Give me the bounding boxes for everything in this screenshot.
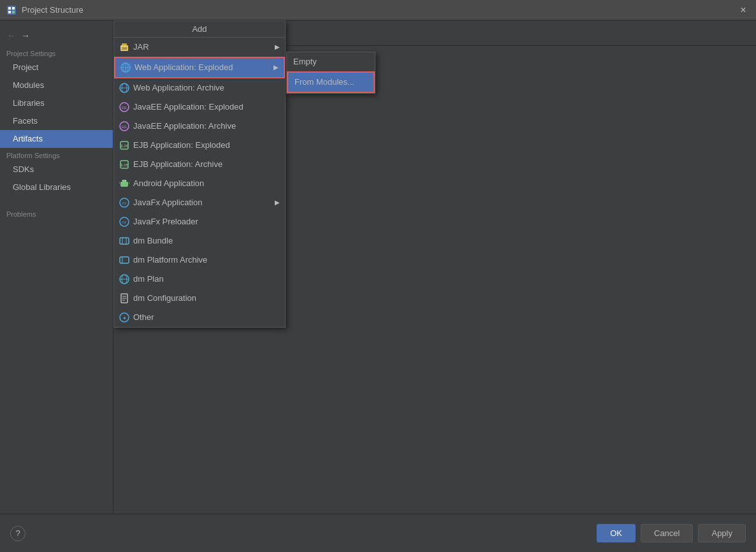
web-exploded-arrow-icon: ▶ — [273, 61, 279, 75]
svg-rect-3 — [8, 11, 11, 13]
other-icon: ✦ — [119, 312, 129, 323]
web-archive-icon — [119, 83, 129, 93]
submenu-item-empty[interactable]: Empty — [287, 52, 375, 71]
sidebar-item-project[interactable]: Project — [0, 59, 113, 76]
submenu-item-empty-label: Empty — [293, 55, 317, 69]
dropdown-item-other[interactable]: ✦ Other — [114, 308, 285, 327]
dropdown-item-javafx-label: JavaFx Application — [133, 196, 202, 210]
dropdown-item-web-exploded[interactable]: Web Application: Exploded ▶ — [114, 57, 285, 78]
dropdown-item-javaee-archive[interactable]: EE JavaEE Application: Archive — [114, 117, 285, 136]
dropdown-header: Add — [114, 21, 285, 38]
svg-rect-36 — [120, 257, 129, 263]
javaee-exploded-icon: EE — [119, 102, 129, 112]
svg-rect-6 — [122, 43, 127, 45]
cancel-button[interactable]: Cancel — [641, 524, 693, 542]
dropdown-item-dm-platform[interactable]: dm Platform Archive — [114, 251, 285, 270]
nav-arrows: ← → — [0, 25, 113, 46]
sidebar-item-project-label: Project — [13, 62, 38, 72]
svg-text:✦: ✦ — [122, 316, 127, 321]
svg-text:FX: FX — [122, 221, 127, 224]
dropdown-item-jar[interactable]: JAR JAR ▶ — [114, 38, 285, 57]
dropdown-item-web-archive-label: Web Application: Archive — [133, 81, 224, 95]
svg-rect-23 — [120, 182, 128, 187]
submenu-item-from-modules-label: From Modules... — [294, 75, 354, 89]
jar-arrow-icon: ▶ — [275, 40, 280, 54]
back-button[interactable]: ← — [5, 29, 18, 42]
svg-point-25 — [122, 180, 124, 182]
dropdown-item-ejb-exploded[interactable]: EJB EJB Application: Exploded — [114, 136, 285, 155]
dropdown-item-javaee-exploded-label: JavaEE Application: Exploded — [133, 100, 244, 114]
dropdown-item-dm-platform-label: dm Platform Archive — [133, 253, 207, 267]
project-settings-label: Project Settings — [0, 46, 113, 59]
apply-button[interactable]: Apply — [698, 524, 746, 542]
sidebar: ← → Project Settings Project Modules Lib… — [0, 20, 113, 514]
dropdown-item-dm-plan-label: dm Plan — [133, 272, 164, 286]
javafx-icon: FX — [119, 198, 129, 208]
platform-settings-label: Platform Settings — [0, 148, 113, 161]
content-area: ← → Project Settings Project Modules Lib… — [0, 20, 756, 514]
sidebar-item-artifacts[interactable]: Artifacts — [0, 130, 113, 148]
dm-bundle-icon — [119, 236, 129, 246]
dropdown-item-javafx-preloader[interactable]: FX JavaFx Preloader — [114, 212, 285, 231]
dropdown-item-dm-bundle[interactable]: dm Bundle — [114, 231, 285, 251]
sidebar-item-sdks[interactable]: SDKs — [0, 161, 113, 178]
svg-text:EJB: EJB — [120, 144, 127, 148]
bottom-right: OK Cancel Apply — [597, 524, 746, 542]
sidebar-item-facets-label: Facets — [13, 116, 38, 126]
add-dropdown: Add JAR JAR ▶ — [113, 20, 286, 328]
help-button[interactable]: ? — [10, 526, 25, 541]
sidebar-item-libraries[interactable]: Libraries — [0, 94, 113, 112]
dropdown-item-jar-label: JAR — [133, 40, 149, 54]
dropdown-item-android[interactable]: Android Application — [114, 174, 285, 193]
svg-rect-33 — [120, 238, 129, 244]
svg-rect-2 — [12, 7, 15, 10]
right-pane: + − ⊡ Add JAR — [113, 20, 756, 514]
doc-icon — [119, 293, 129, 303]
svg-text:FX: FX — [122, 201, 127, 205]
forward-button[interactable]: → — [19, 29, 32, 42]
close-button[interactable]: × — [737, 4, 750, 17]
dropdown-item-dm-plan[interactable]: dm Plan — [114, 270, 285, 289]
ejb-exploded-icon: EJB — [119, 140, 129, 150]
android-icon — [119, 178, 129, 189]
dropdown-item-web-archive[interactable]: Web Application: Archive — [114, 78, 285, 98]
dropdown-item-ejb-archive[interactable]: EJB EJB Application: Archive — [114, 155, 285, 174]
main-container: ← → Project Settings Project Modules Lib… — [0, 20, 756, 552]
title-bar: Project Structure × — [0, 0, 756, 20]
svg-text:EE: EE — [122, 106, 127, 110]
ejb-archive-icon: EJB — [119, 159, 129, 170]
dropdown-item-other-label: Other — [133, 310, 154, 324]
sidebar-item-global-libraries[interactable]: Global Libraries — [0, 178, 113, 196]
dropdown-item-javafx[interactable]: FX JavaFx Application ▶ — [114, 193, 285, 212]
jar-icon: JAR — [119, 42, 129, 52]
dropdown-item-javaee-archive-label: JavaEE Application: Archive — [133, 119, 236, 133]
javaee-archive-icon: EE — [119, 121, 129, 131]
sidebar-item-facets[interactable]: Facets — [0, 112, 113, 130]
dropdown-item-ejb-exploded-label: EJB Application: Exploded — [133, 138, 230, 152]
svg-point-26 — [126, 180, 127, 182]
sidebar-item-modules-label: Modules — [13, 80, 44, 90]
dm-platform-icon — [119, 255, 129, 265]
dropdown-item-javafx-preloader-label: JavaFx Preloader — [133, 215, 198, 229]
javafx-preloader-icon: FX — [119, 217, 129, 227]
sidebar-item-artifacts-label: Artifacts — [13, 134, 43, 143]
problems-label: Problems — [0, 207, 113, 219]
dropdown-container: Add JAR JAR ▶ — [113, 20, 286, 328]
sidebar-item-modules[interactable]: Modules — [0, 76, 113, 94]
bottom-left: ? — [10, 526, 25, 541]
dropdown-item-dm-bundle-label: dm Bundle — [133, 234, 173, 248]
dropdown-item-android-label: Android Application — [133, 177, 204, 191]
dropdown-item-dm-config[interactable]: dm Configuration — [114, 289, 285, 308]
dropdown-item-javaee-exploded[interactable]: EE JavaEE Application: Exploded — [114, 98, 285, 117]
web-exploded-submenu: Empty From Modules... — [286, 52, 375, 94]
submenu-item-from-modules[interactable]: From Modules... — [287, 71, 375, 93]
sidebar-item-sdks-label: SDKs — [13, 164, 34, 174]
svg-rect-1 — [8, 7, 11, 10]
ok-button[interactable]: OK — [597, 524, 636, 542]
sidebar-item-libraries-label: Libraries — [13, 98, 45, 108]
dropdown-item-web-exploded-label: Web Application: Exploded — [134, 61, 233, 75]
svg-text:EJB: EJB — [120, 163, 127, 167]
window-title: Project Structure — [22, 5, 84, 15]
dropdown-item-dm-config-label: dm Configuration — [133, 291, 196, 305]
svg-text:EE: EE — [122, 125, 127, 129]
